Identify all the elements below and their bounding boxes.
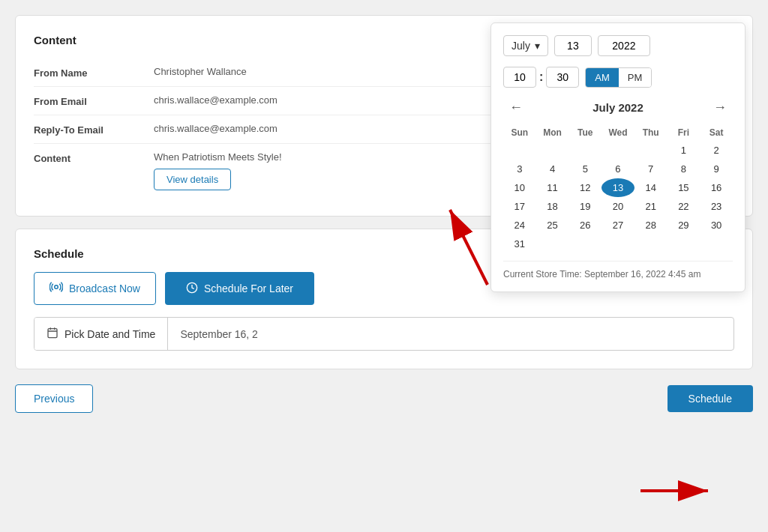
view-details-button[interactable]: View details <box>154 169 231 190</box>
schedule-button[interactable]: Schedule <box>668 385 753 412</box>
calendar-day-cell[interactable]: 7 <box>634 160 668 178</box>
calendar-day-cell[interactable]: 23 <box>700 197 733 216</box>
broadcast-icon <box>50 280 63 297</box>
calendar-day-cell[interactable]: 10 <box>503 178 536 197</box>
calendar-day-cell[interactable]: 8 <box>668 160 700 178</box>
calendar-day-cell <box>602 141 634 160</box>
calendar-day-cell <box>668 235 700 253</box>
calendar-day-cell[interactable]: 3 <box>503 160 536 178</box>
calendar-popup: July ▾ : AM PM ← July 2022 → Sun <box>490 22 746 292</box>
calendar-day-cell[interactable]: 6 <box>602 160 634 178</box>
calendar-day-cell[interactable]: 18 <box>536 197 569 216</box>
pick-date-text: Pick Date and Time <box>64 328 155 340</box>
page-wrapper: Content From Name Christopher Wallance F… <box>0 0 768 532</box>
calendar-day-cell[interactable]: 24 <box>503 216 536 235</box>
day-input[interactable] <box>554 35 592 56</box>
calendar-week-row: 3456789 <box>503 160 733 178</box>
calendar-day-cell[interactable]: 4 <box>536 160 569 178</box>
schedule-for-later-button[interactable]: Schedule For Later <box>165 272 314 305</box>
calendar-week-row: 10111213141516 <box>503 178 733 197</box>
calendar-day-cell[interactable]: 2 <box>700 141 733 160</box>
calendar-day-cell[interactable]: 9 <box>700 160 733 178</box>
calendar-day-header: Thu <box>634 124 668 141</box>
calendar-grid: SunMonTueWedThuFriSat 123456789101112131… <box>503 124 733 253</box>
from-name-label: From Name <box>34 66 154 79</box>
calendar-month-year: July 2022 <box>592 101 644 114</box>
calendar-day-cell[interactable]: 20 <box>602 197 634 216</box>
calendar-day-cell <box>568 235 602 253</box>
year-input[interactable] <box>598 35 650 56</box>
content-label: Content <box>34 151 154 164</box>
minute-input[interactable] <box>546 67 579 88</box>
calendar-day-cell <box>503 141 536 160</box>
calendar-day-cell[interactable]: 16 <box>700 178 733 197</box>
calendar-day-cell <box>536 235 569 253</box>
time-controls-row: : AM PM <box>503 67 733 88</box>
calendar-day-cell[interactable]: 14 <box>634 178 668 197</box>
calendar-body: 1234567891011121314151617181920212223242… <box>503 141 733 253</box>
calendar-day-cell[interactable]: 1 <box>668 141 700 160</box>
calendar-header: ← July 2022 → <box>503 98 733 117</box>
calendar-day-header: Wed <box>602 124 634 141</box>
calendar-day-cell[interactable]: 27 <box>602 216 634 235</box>
calendar-icon <box>46 327 58 341</box>
month-value: July <box>512 40 530 52</box>
pick-date-value: September 16, 2 <box>168 319 734 349</box>
calendar-day-cell[interactable]: 13 <box>602 178 634 197</box>
calendar-day-cell[interactable]: 12 <box>568 178 602 197</box>
calendar-week-row: 12 <box>503 141 733 160</box>
calendar-day-header: Tue <box>568 124 602 141</box>
calendar-days-header: SunMonTueWedThuFriSat <box>503 124 733 141</box>
calendar-day-cell[interactable]: 17 <box>503 197 536 216</box>
next-month-button[interactable]: → <box>707 98 733 117</box>
clock-icon <box>186 282 198 296</box>
prev-month-button[interactable]: ← <box>503 98 529 117</box>
month-select[interactable]: July ▾ <box>503 35 548 56</box>
schedule-later-label: Schedule For Later <box>204 282 293 294</box>
pm-button[interactable]: PM <box>619 68 652 87</box>
calendar-day-cell[interactable]: 11 <box>536 178 569 197</box>
calendar-day-cell[interactable]: 21 <box>634 197 668 216</box>
calendar-day-header: Sat <box>700 124 733 141</box>
calendar-day-cell[interactable]: 30 <box>700 216 733 235</box>
am-button[interactable]: AM <box>586 68 619 87</box>
from-email-label: From Email <box>34 94 154 107</box>
calendar-day-header: Fri <box>668 124 700 141</box>
calendar-day-cell[interactable]: 25 <box>536 216 569 235</box>
reply-to-label: Reply-To Email <box>34 123 154 136</box>
calendar-day-cell[interactable]: 26 <box>568 216 602 235</box>
calendar-day-header: Mon <box>536 124 569 141</box>
broadcast-now-button[interactable]: Broadcast Now <box>34 272 156 305</box>
chevron-down-icon: ▾ <box>535 40 540 52</box>
pick-date-label: Pick Date and Time <box>34 318 168 350</box>
calendar-day-cell <box>634 141 668 160</box>
svg-rect-2 <box>48 329 57 338</box>
calendar-day-cell[interactable]: 29 <box>668 216 700 235</box>
time-separator: : <box>539 70 543 84</box>
calendar-day-cell <box>536 141 569 160</box>
calendar-day-cell <box>568 141 602 160</box>
calendar-day-cell[interactable]: 19 <box>568 197 602 216</box>
calendar-week-row: 31 <box>503 235 733 253</box>
calendar-day-cell <box>700 235 733 253</box>
pick-date-row: Pick Date and Time September 16, 2 <box>34 317 734 351</box>
date-controls-row: July ▾ <box>503 35 733 56</box>
calendar-week-row: 24252627282930 <box>503 216 733 235</box>
svg-point-0 <box>55 285 58 289</box>
previous-button[interactable]: Previous <box>15 384 93 413</box>
calendar-day-cell[interactable]: 15 <box>668 178 700 197</box>
calendar-week-row: 17181920212223 <box>503 197 733 216</box>
calendar-day-cell[interactable]: 5 <box>568 160 602 178</box>
current-store-time: Current Store Time: September 16, 2022 4… <box>503 261 733 279</box>
broadcast-now-label: Broadcast Now <box>69 282 140 294</box>
calendar-day-cell <box>602 235 634 253</box>
arrow-right-annotation <box>633 472 723 510</box>
calendar-day-cell <box>634 235 668 253</box>
calendar-day-header: Sun <box>503 124 536 141</box>
calendar-day-cell[interactable]: 28 <box>634 216 668 235</box>
hour-input[interactable] <box>503 67 536 88</box>
calendar-day-cell[interactable]: 22 <box>668 197 700 216</box>
time-inputs: : <box>503 67 579 88</box>
footer-row: Previous Schedule <box>15 384 753 413</box>
calendar-day-cell[interactable]: 31 <box>503 235 536 253</box>
